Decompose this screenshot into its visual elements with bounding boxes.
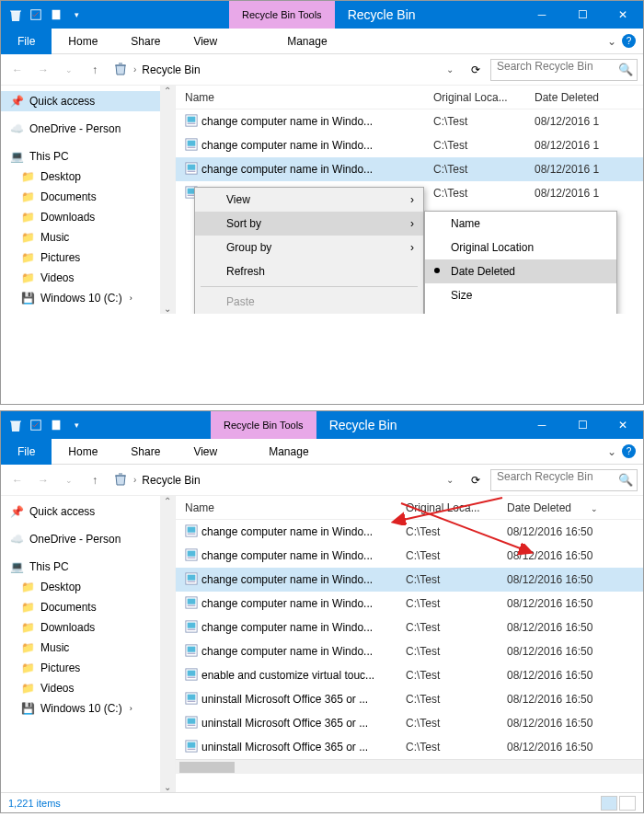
up-button[interactable]: ↑ xyxy=(84,469,106,491)
back-button[interactable]: ← xyxy=(6,59,29,81)
address-bar[interactable]: › Recycle Bin xyxy=(109,471,435,489)
scrollbar-thumb[interactable] xyxy=(179,762,235,773)
minimize-button[interactable]: ─ xyxy=(522,1,562,29)
sidebar-item-onedrive[interactable]: ☁️ OneDrive - Person xyxy=(1,119,175,139)
ribbon-expand-icon[interactable]: ⌄ xyxy=(607,35,616,48)
tab-home[interactable]: Home xyxy=(52,29,114,54)
menu-item-refresh[interactable]: Refresh xyxy=(195,259,423,283)
submenu-item-original-location[interactable]: Original Location xyxy=(425,236,616,259)
column-name[interactable]: Name xyxy=(185,91,433,104)
sidebar-scrollbar[interactable]: ⌃⌄ xyxy=(160,496,175,792)
table-row[interactable]: change computer name in Windo...C:\Test0… xyxy=(176,592,643,616)
large-icons-view-icon[interactable] xyxy=(619,796,636,811)
close-button[interactable]: ✕ xyxy=(603,1,643,29)
address-dropdown[interactable]: ⌄ xyxy=(439,59,461,81)
minimize-button[interactable]: ─ xyxy=(522,411,562,439)
tab-file[interactable]: File xyxy=(1,439,52,465)
help-icon[interactable]: ? xyxy=(622,34,636,48)
tab-home[interactable]: Home xyxy=(52,439,114,465)
column-headers[interactable]: Name Original Loca... Date Deleted xyxy=(176,86,643,109)
breadcrumb[interactable]: Recycle Bin xyxy=(142,63,200,76)
menu-item-sort-by[interactable]: Sort by› xyxy=(195,212,423,236)
maximize-button[interactable]: ☐ xyxy=(562,1,603,29)
sidebar-item-quick-access[interactable]: 📌 Quick access xyxy=(1,501,175,522)
sidebar-item-pictures[interactable]: 📁Pictures xyxy=(1,658,175,678)
forward-button[interactable]: → xyxy=(32,469,54,491)
search-input[interactable]: Search Recycle Bin 🔍 xyxy=(490,59,638,81)
column-name[interactable]: Name xyxy=(185,501,406,514)
view-switcher[interactable] xyxy=(601,796,636,811)
properties-icon[interactable] xyxy=(29,7,43,22)
submenu-item-date-deleted[interactable]: Date Deleted xyxy=(425,259,616,283)
tab-view[interactable]: View xyxy=(177,439,234,465)
sidebar-item-documents[interactable]: 📁Documents xyxy=(1,597,175,617)
sidebar-item-videos[interactable]: 📁Videos xyxy=(1,678,175,698)
breadcrumb[interactable]: Recycle Bin xyxy=(142,474,200,487)
chevron-right-icon[interactable]: › xyxy=(130,704,132,713)
sidebar-item-pictures[interactable]: 📁Pictures xyxy=(1,247,175,268)
refresh-button[interactable]: ⟳ xyxy=(465,63,487,76)
table-row[interactable]: change computer name in Windo...C:\Test0… xyxy=(176,157,643,181)
chevron-right-icon[interactable]: › xyxy=(133,475,136,485)
sidebar-item-this-pc[interactable]: 💻 This PC xyxy=(1,146,175,167)
search-input[interactable]: Search Recycle Bin 🔍 xyxy=(490,469,638,491)
sidebar-item-music[interactable]: 📁Music xyxy=(1,638,175,658)
submenu-item-size[interactable]: Size xyxy=(425,283,616,307)
sidebar-item-desktop[interactable]: 📁Desktop xyxy=(1,167,175,187)
details-view-icon[interactable] xyxy=(601,796,617,811)
address-dropdown[interactable]: ⌄ xyxy=(439,469,461,491)
chevron-right-icon[interactable]: › xyxy=(130,293,132,303)
table-row[interactable]: change computer name in Windo...C:\Test0… xyxy=(176,616,643,639)
up-button[interactable]: ↑ xyxy=(84,59,106,81)
refresh-button[interactable]: ⟳ xyxy=(465,474,487,487)
sidebar-item-quick-access[interactable]: 📌 Quick access xyxy=(1,91,175,111)
sidebar-item-videos[interactable]: 📁Videos xyxy=(1,268,175,288)
horizontal-scrollbar[interactable] xyxy=(176,759,643,774)
tab-manage[interactable]: Manage xyxy=(270,29,343,54)
sidebar-scrollbar[interactable]: ⌃⌄ xyxy=(160,86,175,314)
chevron-right-icon[interactable]: › xyxy=(133,64,136,75)
submenu-item-name[interactable]: Name xyxy=(425,212,616,236)
tab-view[interactable]: View xyxy=(177,29,234,54)
qat-dropdown-icon[interactable]: ▾ xyxy=(69,7,84,22)
sidebar-item-onedrive[interactable]: ☁️ OneDrive - Person xyxy=(1,529,175,549)
table-row[interactable]: change computer name in Windo...C:\Test0… xyxy=(176,568,643,592)
close-button[interactable]: ✕ xyxy=(603,411,643,439)
help-icon[interactable]: ? xyxy=(622,444,636,458)
qat-new-folder-icon[interactable] xyxy=(49,418,63,432)
menu-item-group-by[interactable]: Group by› xyxy=(195,236,423,259)
qat-new-folder-icon[interactable] xyxy=(49,7,63,22)
tab-manage[interactable]: Manage xyxy=(252,439,325,465)
table-row[interactable]: uninstall Microsoft Office 365 or ...C:\… xyxy=(176,711,643,735)
tab-share[interactable]: Share xyxy=(114,439,177,465)
maximize-button[interactable]: ☐ xyxy=(562,411,603,439)
column-date-deleted[interactable]: Date Deleted xyxy=(535,91,643,104)
sidebar-item-cdrive[interactable]: 💾Windows 10 (C:)› xyxy=(1,288,175,308)
address-bar[interactable]: › Recycle Bin xyxy=(109,61,435,78)
sidebar-item-cdrive[interactable]: 💾Windows 10 (C:)› xyxy=(1,698,175,719)
column-original-location[interactable]: Original Loca... xyxy=(433,91,535,104)
table-row[interactable]: enable and customize virtual touc...C:\T… xyxy=(176,663,643,687)
table-row[interactable]: change computer name in Windo...C:\Test0… xyxy=(176,109,643,133)
sidebar-item-documents[interactable]: 📁Documents xyxy=(1,187,175,207)
tab-file[interactable]: File xyxy=(1,29,52,54)
sidebar-item-music[interactable]: 📁Music xyxy=(1,227,175,247)
table-row[interactable]: change computer name in Windo...C:\Test0… xyxy=(176,133,643,157)
submenu-item-item-type[interactable]: Item type xyxy=(425,307,616,314)
recent-dropdown[interactable]: ⌄ xyxy=(58,59,80,81)
sidebar-item-this-pc[interactable]: 💻 This PC xyxy=(1,557,175,577)
qat-dropdown-icon[interactable]: ▾ xyxy=(69,418,84,432)
tab-share[interactable]: Share xyxy=(114,29,177,54)
sidebar-item-downloads[interactable]: 📁Downloads xyxy=(1,207,175,227)
properties-icon[interactable] xyxy=(29,418,43,432)
table-row[interactable]: uninstall Microsoft Office 365 or ...C:\… xyxy=(176,735,643,759)
sidebar-item-desktop[interactable]: 📁Desktop xyxy=(1,577,175,597)
menu-item-view[interactable]: View› xyxy=(195,188,423,212)
table-row[interactable]: change computer name in Windo...C:\Test0… xyxy=(176,639,643,663)
ribbon-expand-icon[interactable]: ⌄ xyxy=(607,445,616,458)
recent-dropdown[interactable]: ⌄ xyxy=(58,469,80,491)
sidebar-item-downloads[interactable]: 📁Downloads xyxy=(1,617,175,638)
table-row[interactable]: uninstall Microsoft Office 365 or ...C:\… xyxy=(176,687,643,711)
back-button[interactable]: ← xyxy=(6,469,29,491)
forward-button[interactable]: → xyxy=(32,59,54,81)
